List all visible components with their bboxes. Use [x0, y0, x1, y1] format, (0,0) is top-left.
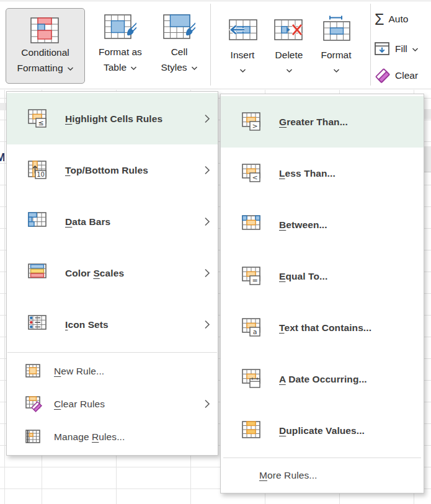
menu-item-top-bottom-rules[interactable]: 10Top/Bottom Rules — [7, 144, 218, 196]
sigma-icon: Σ — [375, 12, 384, 27]
menu-item-more-rules[interactable]: More Rules... — [221, 459, 424, 492]
color-scales-icon — [25, 263, 53, 283]
format-as-table-button[interactable]: Format as Table — [89, 8, 151, 84]
menu-item-label: Color Scales — [65, 268, 124, 279]
ribbon-bottom-border — [0, 89, 431, 89]
button-label: Fill — [395, 43, 407, 55]
submenu-arrow-icon — [204, 165, 210, 175]
date-occurring-icon — [239, 369, 267, 390]
menu-separator — [7, 352, 217, 353]
svg-text:=: = — [252, 276, 257, 285]
delete-icon — [273, 18, 304, 43]
conditional-formatting-icon — [30, 9, 60, 45]
background-gray-cell — [0, 103, 6, 110]
button-label-line: Styles — [161, 60, 197, 75]
button-label: Clear — [395, 70, 418, 81]
menu-item-duplicate-values[interactable]: Duplicate Values... — [221, 405, 424, 456]
menu-item-less-than[interactable]: <Less Than... — [221, 148, 424, 199]
submenu-arrow-icon — [204, 113, 210, 124]
menu-item-new-rule[interactable]: New Rule... — [7, 355, 218, 387]
menu-item-label: Greater Than... — [279, 117, 348, 128]
less-than-icon: < — [239, 164, 267, 183]
svg-text:≤: ≤ — [38, 119, 43, 127]
submenu-arrow-icon — [204, 216, 210, 227]
menu-item-label: Between... — [279, 219, 327, 231]
button-label: Auto — [388, 14, 408, 25]
menu-item-color-scales[interactable]: Color Scales — [7, 247, 218, 299]
menu-item-data-bars[interactable]: Data Bars — [7, 196, 218, 247]
insert-icon — [227, 18, 258, 43]
menu-item-label: Clear Rules — [54, 399, 105, 410]
conditional-formatting-button[interactable]: Conditional Formatting — [6, 8, 85, 84]
ribbon-group-divider — [210, 4, 211, 86]
format-button[interactable]: Format — [316, 8, 356, 84]
cell-styles-button[interactable]: Cell Styles — [155, 8, 203, 84]
ribbon: Conditional Formatting Format as Table C… — [0, 0, 431, 90]
autosum-button[interactable]: Σ Auto — [375, 10, 408, 29]
submenu-arrow-icon — [204, 268, 210, 278]
menu-item-label: Highlight Cells Rules — [65, 113, 162, 125]
menu-item-a-date-occurring[interactable]: A Date Occurring... — [221, 353, 424, 405]
highlight-cells-icon: ≤ — [25, 109, 53, 129]
ribbon-top-border — [0, 1, 431, 1]
menu-item-label: Equal To... — [279, 271, 327, 282]
menu-item-label: A Date Occurring... — [279, 374, 367, 385]
menu-item-equal-to[interactable]: =Equal To... — [221, 250, 424, 302]
insert-button[interactable]: Insert — [224, 8, 260, 84]
button-label-line: Conditional — [21, 45, 69, 60]
menu-item-label: Manage Rules... — [54, 431, 125, 443]
chevron-down-icon — [239, 64, 246, 76]
format-icon — [321, 13, 351, 43]
format-as-table-icon — [104, 8, 136, 44]
svg-text:>: > — [252, 122, 257, 130]
menu-item-between[interactable]: Between... — [221, 199, 424, 250]
menu-item-clear-rules[interactable]: Clear Rules — [7, 387, 218, 420]
button-label: Insert — [231, 47, 255, 63]
highlight-cells-rules-submenu: >Greater Than...<Less Than...Between...=… — [220, 94, 424, 493]
cell-styles-icon — [163, 8, 195, 44]
duplicate-values-icon — [239, 421, 267, 441]
fill-icon — [375, 42, 391, 56]
chevron-down-icon — [412, 43, 419, 55]
menu-item-manage-rules[interactable]: Manage Rules... — [7, 420, 218, 453]
chevron-down-icon — [286, 64, 293, 76]
menu-item-label: New Rule... — [54, 366, 104, 377]
svg-text:<: < — [252, 174, 257, 182]
data-bars-icon — [25, 212, 53, 232]
conditional-formatting-menu: ≤Highlight Cells Rules10Top/Bottom Rules… — [6, 91, 218, 456]
button-label: Delete — [275, 47, 303, 63]
menu-item-label: Top/Bottom Rules — [65, 165, 148, 176]
clear-button[interactable]: Clear — [375, 66, 418, 85]
menu-item-label: Data Bars — [65, 216, 110, 228]
button-label-line: Cell — [171, 44, 188, 60]
chevron-down-icon — [333, 64, 340, 76]
background-partial-text: M — [0, 151, 4, 166]
submenu-arrow-icon — [204, 399, 210, 409]
delete-button[interactable]: Delete — [270, 8, 308, 84]
fill-button[interactable]: Fill — [375, 40, 419, 58]
button-label-line: Table — [104, 60, 137, 75]
clear-rules-icon — [25, 396, 43, 412]
menu-item-label: Icon Sets — [65, 319, 109, 330]
svg-text:a: a — [253, 328, 257, 336]
manage-rules-icon — [25, 430, 43, 444]
menu-item-label: Duplicate Values... — [279, 425, 365, 436]
menu-item-icon-sets[interactable]: Icon Sets — [7, 299, 218, 350]
greater-than-icon: > — [239, 112, 267, 132]
menu-item-label: More Rules... — [259, 470, 317, 481]
background-gray-cell — [424, 146, 431, 172]
chevron-down-icon — [130, 60, 137, 75]
excel-conditional-formatting-screenshot: { "colors": { "selection_green": "#e8f2e… — [0, 0, 431, 504]
menu-item-label: Less Than... — [279, 168, 335, 179]
submenu-arrow-icon — [204, 319, 210, 330]
ribbon-group-divider — [370, 4, 371, 86]
button-label: Format — [321, 47, 351, 63]
menu-item-label: Text that Contains... — [279, 322, 371, 334]
between-icon — [239, 215, 267, 235]
menu-item-greater-than[interactable]: >Greater Than... — [221, 96, 424, 148]
svg-text:10: 10 — [37, 171, 45, 178]
menu-item-highlight-cells-rules[interactable]: ≤Highlight Cells Rules — [7, 93, 218, 144]
menu-item-text-that-contains[interactable]: aText that Contains... — [221, 302, 424, 353]
button-label-line: Format as — [99, 44, 142, 60]
grid-column-line — [4, 90, 5, 504]
